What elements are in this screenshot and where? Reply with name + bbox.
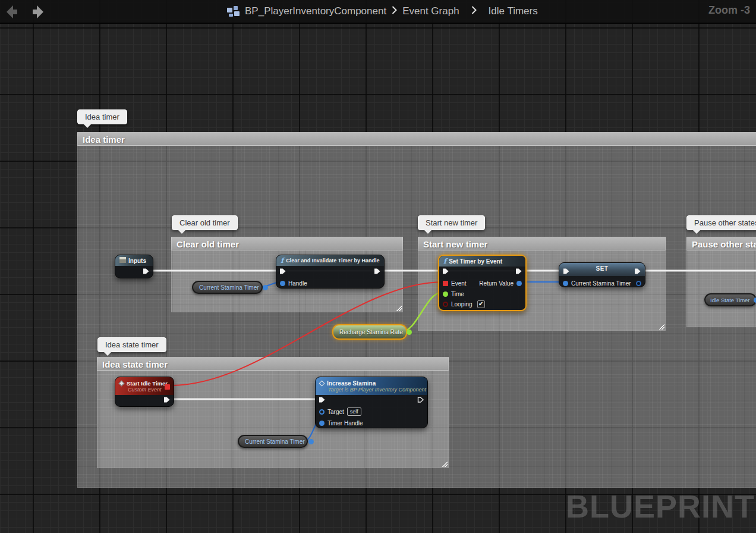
object-pin-icon[interactable] — [636, 281, 641, 286]
node-set-timer-by-event[interactable]: f Set Timer by Event Event Return Value … — [438, 255, 527, 311]
variable-output-pin[interactable] — [636, 280, 641, 287]
comment-header[interactable]: Idea state timer — [97, 357, 449, 371]
variable-label: Current Stamina Timer — [199, 284, 259, 291]
variable-get-idle-state-timer[interactable]: Idle State Timer — [704, 293, 756, 306]
function-icon: f — [443, 258, 446, 265]
blueprint-graph-canvas[interactable]: Idea timer Clear old timer Start new tim… — [0, 0, 756, 533]
delegate-pin-icon[interactable] — [443, 281, 448, 286]
graph-top-bar: BP_PlayerInventoryComponent Event Graph … — [0, 0, 756, 24]
breadcrumb-root[interactable]: BP_PlayerInventoryComponent — [245, 5, 386, 17]
variable-input-pin[interactable]: Current Stamina Timer — [563, 280, 631, 287]
object-pin-icon[interactable] — [516, 281, 522, 286]
delegate-output-pin[interactable] — [165, 383, 170, 390]
node-increase-stamina[interactable]: Increase Stamina Target is BP Player Inv… — [315, 377, 428, 428]
variable-output-pin[interactable] — [754, 297, 756, 303]
float-pin-icon[interactable] — [443, 291, 448, 297]
variable-get-current-stamina-timer[interactable]: Current Stamina Timer — [192, 281, 263, 294]
node-header[interactable]: f Clear and Invalidate Timer by Handle — [276, 255, 384, 266]
pin-label: Current Stamina Timer — [571, 280, 631, 287]
pin-label: Return Value — [479, 280, 514, 287]
pin-label: Handle — [288, 280, 307, 287]
self-default-value[interactable]: self — [347, 407, 361, 416]
event-icon — [119, 380, 125, 386]
node-title: Increase Stamina — [327, 380, 376, 387]
looping-checkbox[interactable]: ✔ — [477, 300, 485, 308]
pin-label: Time — [451, 291, 464, 297]
node-clear-invalidate-timer[interactable]: f Clear and Invalidate Timer by Handle H… — [276, 255, 385, 289]
node-header[interactable]: Inputs — [115, 255, 153, 266]
back-arrow-button[interactable] — [5, 4, 21, 22]
pin-label: Looping — [451, 301, 472, 308]
looping-input-pin[interactable]: Looping ✔ — [443, 300, 485, 308]
timer-handle-input-pin[interactable]: Timer Handle — [319, 419, 363, 427]
node-subtitle: Custom Event — [128, 387, 162, 393]
object-pin-icon[interactable] — [280, 281, 285, 286]
comment-tooltip: Start new timer — [418, 215, 485, 230]
tooltip-text: Start new timer — [426, 218, 477, 227]
forward-arrow-icon — [33, 5, 43, 18]
comment-header[interactable]: Pause other states — [686, 237, 756, 250]
return-value-output-pin[interactable]: Return Value — [479, 280, 522, 287]
breadcrumb-section[interactable]: Idle Timers — [489, 5, 538, 17]
tooltip-text: Clear old timer — [179, 218, 230, 227]
pin-label: Timer Handle — [327, 420, 363, 427]
pin-label: Event — [451, 280, 467, 287]
event-icon — [319, 380, 325, 386]
node-title: Inputs — [128, 258, 146, 264]
zoom-level-label: Zoom -3 — [708, 4, 750, 17]
blueprint-watermark: BLUEPRINT — [566, 488, 755, 525]
exec-in-pin[interactable] — [319, 396, 326, 403]
tooltip-text: Idea timer — [85, 112, 119, 121]
exec-in-pin[interactable] — [442, 268, 449, 275]
node-start-idle-timer[interactable]: Start Idle Timer Custom Event — [115, 377, 174, 407]
exec-in-pin[interactable] — [563, 268, 570, 275]
exec-out-pin[interactable] — [417, 396, 424, 403]
exec-out-pin[interactable] — [163, 396, 171, 403]
comment-header[interactable]: Clear old timer — [171, 237, 403, 250]
back-arrow-icon — [7, 5, 17, 18]
comment-tooltip: Idea timer — [77, 109, 127, 124]
tooltip-text: Pause other states — [694, 218, 756, 227]
variable-output-pin[interactable] — [308, 439, 314, 444]
variable-output-pin[interactable] — [263, 285, 268, 290]
comment-header[interactable]: Start new timer — [418, 237, 666, 250]
forward-arrow-button[interactable] — [29, 4, 45, 22]
exec-out-pin[interactable] — [634, 268, 641, 275]
breadcrumb-graph[interactable]: Event Graph — [402, 5, 459, 17]
chevron-right-icon — [471, 5, 477, 17]
breadcrumb: BP_PlayerInventoryComponent Event Graph … — [227, 0, 538, 23]
variable-get-recharge-stamina-rate[interactable]: Recharge Stamina Rate — [332, 324, 407, 340]
object-pin-icon[interactable] — [319, 421, 325, 426]
exec-out-pin[interactable] — [143, 268, 150, 275]
handle-input-pin[interactable]: Handle — [280, 280, 307, 287]
tooltip-text: Idea state timer — [105, 340, 159, 349]
blueprint-icon — [227, 5, 240, 17]
node-header[interactable]: f Set Timer by Event — [439, 256, 525, 266]
chevron-right-icon — [392, 5, 397, 17]
function-icon: f — [281, 257, 284, 264]
node-set-current-stamina-timer[interactable]: SET Current Stamina Timer — [559, 262, 645, 287]
target-input-pin[interactable]: Target self — [319, 408, 361, 415]
bool-pin-icon[interactable] — [443, 302, 448, 307]
pin-label: Target — [327, 409, 344, 415]
node-header[interactable]: Increase Stamina Target is BP Player Inv… — [316, 377, 427, 395]
variable-label: Recharge Stamina Rate — [339, 329, 403, 336]
node-inputs[interactable]: Inputs — [115, 255, 153, 278]
object-pin-icon[interactable] — [563, 281, 568, 286]
comment-tooltip: Idea state timer — [97, 337, 166, 352]
exec-in-pin[interactable] — [279, 268, 286, 275]
exec-out-pin[interactable] — [515, 268, 522, 275]
exec-out-pin[interactable] — [374, 268, 381, 275]
delegate-pin-icon[interactable] — [165, 384, 170, 390]
variable-label: Current Stamina Timer — [245, 438, 305, 445]
node-title: Start Idle Timer — [127, 380, 168, 387]
comment-header[interactable]: Idea timer — [77, 132, 756, 146]
time-input-pin[interactable]: Time — [443, 290, 464, 297]
event-input-pin[interactable]: Event — [443, 280, 467, 287]
object-pin-icon[interactable] — [319, 409, 325, 415]
comment-pause-other-states: Pause other states — [686, 237, 756, 327]
variable-output-pin[interactable] — [407, 330, 412, 335]
variable-get-current-stamina-timer-2[interactable]: Current Stamina Timer — [238, 435, 308, 448]
node-subtitle: Target is BP Player Inventory Component — [328, 387, 426, 393]
node-title: Set Timer by Event — [449, 258, 502, 265]
